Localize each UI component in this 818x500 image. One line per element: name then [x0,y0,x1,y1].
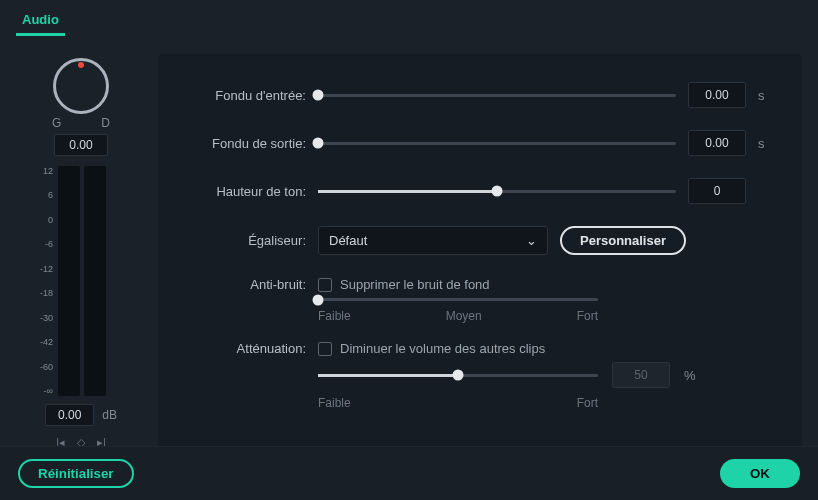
denoise-checkbox[interactable] [318,278,332,292]
scale-tick: 12 [43,166,53,176]
ducking-check-label: Diminuer le volume des autres clips [340,341,545,356]
scale-tick: 6 [48,190,53,200]
denoise-slider[interactable] [318,298,598,301]
pan-left-label: G [52,116,61,130]
ducking-label: Atténuation: [176,341,306,356]
ducking-value[interactable]: 50 [612,362,670,388]
fadeout-label: Fondu de sortie: [176,136,306,151]
fadein-label: Fondu d'entrée: [176,88,306,103]
ok-button[interactable]: OK [720,459,800,488]
meter-bar-left [58,166,80,396]
ducking-checkbox[interactable] [318,342,332,356]
scale-tick: -∞ [44,386,53,396]
denoise-label: Anti-bruit: [176,277,306,292]
fadeout-slider[interactable] [318,142,676,145]
pan-value[interactable]: 0.00 [54,134,107,156]
scale-tick: -30 [40,313,53,323]
fadein-slider[interactable] [318,94,676,97]
volume-unit: dB [102,408,117,422]
footer: Réinitialiser OK [0,446,818,500]
meter-scale: 1260-6-12-18-30-42-60-∞ [26,166,58,396]
customize-button[interactable]: Personnaliser [560,226,686,255]
fadeout-value[interactable]: 0.00 [688,130,746,156]
pitch-label: Hauteur de ton: [176,184,306,199]
fadein-value[interactable]: 0.00 [688,82,746,108]
ducking-slider[interactable] [318,374,598,377]
ducking-level-high: Fort [577,396,598,410]
pan-right-label: D [101,116,110,130]
volume-value[interactable]: 0.00 [45,404,94,426]
tab-bar: Audio [0,0,818,36]
fadeout-unit: s [758,136,774,151]
ducking-unit: % [684,368,700,383]
scale-tick: -12 [40,264,53,274]
ducking-level-low: Faible [318,396,351,410]
denoise-level-high: Fort [577,309,598,323]
fadein-unit: s [758,88,774,103]
reset-button[interactable]: Réinitialiser [18,459,134,488]
scale-tick: -42 [40,337,53,347]
equalizer-select[interactable]: Défaut ⌄ [318,226,548,255]
denoise-level-low: Faible [318,309,351,323]
settings-panel: Fondu d'entrée: 0.00 s Fondu de sortie: … [158,54,802,449]
scale-tick: -60 [40,362,53,372]
denoise-check-label: Supprimer le bruit de fond [340,277,490,292]
chevron-down-icon: ⌄ [526,233,537,248]
denoise-level-mid: Moyen [446,309,482,323]
pitch-slider[interactable] [318,190,676,193]
left-panel: G D 0.00 1260-6-12-18-30-42-60-∞ 0.00 dB… [16,54,146,449]
pitch-value[interactable]: 0 [688,178,746,204]
scale-tick: -18 [40,288,53,298]
scale-tick: 0 [48,215,53,225]
tab-audio[interactable]: Audio [16,8,65,36]
equalizer-value: Défaut [329,233,367,248]
equalizer-label: Égaliseur: [176,233,306,248]
meter-bar-right [84,166,106,396]
pan-knob[interactable] [53,58,109,114]
scale-tick: -6 [45,239,53,249]
